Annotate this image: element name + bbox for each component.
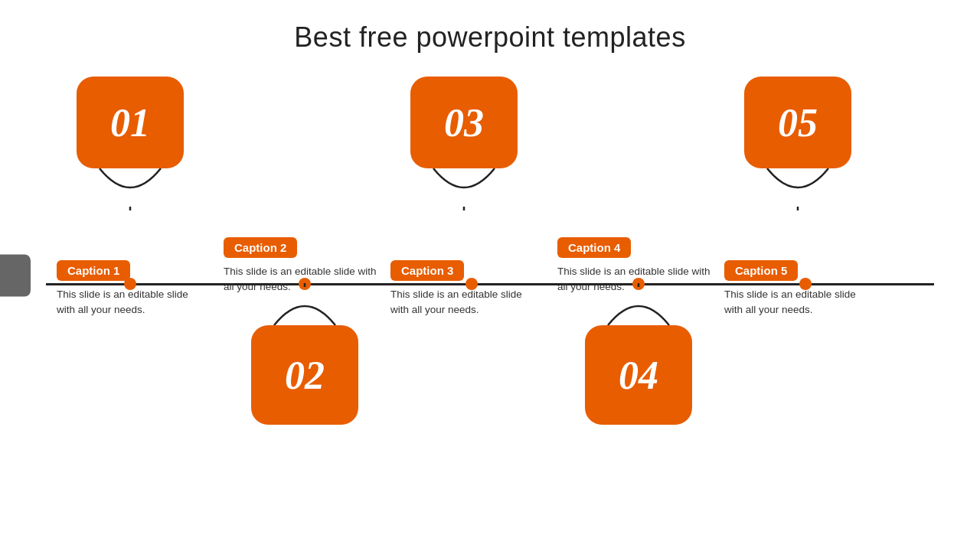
item-3-desc: This slide is an editable slide with all… bbox=[390, 287, 537, 318]
item-1-caption: Caption 1 bbox=[57, 260, 130, 281]
item-1-text: Caption 1 This slide is an editable slid… bbox=[54, 260, 207, 318]
item-5-caption: Caption 5 bbox=[724, 260, 798, 281]
item-2-number: 02 bbox=[285, 353, 325, 398]
item-5-desc: This slide is an editable slide with all… bbox=[724, 287, 871, 318]
item-1-desc: This slide is an editable slide with all… bbox=[57, 287, 204, 318]
item-4-caption: Caption 4 bbox=[557, 237, 631, 258]
timeline-area: 01 Caption 1 This slide is an editable s… bbox=[46, 77, 934, 490]
item-1-connector bbox=[77, 168, 184, 210]
item-5-text: Caption 5 This slide is an editable slid… bbox=[721, 260, 874, 318]
item-1: 01 Caption 1 This slide is an editable s… bbox=[54, 77, 207, 318]
item-2-caption: Caption 2 bbox=[224, 237, 297, 258]
item-5-number: 05 bbox=[778, 100, 818, 145]
item-3-text: Caption 3 This slide is an editable slid… bbox=[387, 260, 541, 318]
item-3: 03 Caption 3 This slide is an editable s… bbox=[387, 77, 541, 318]
item-4-number: 04 bbox=[619, 353, 658, 398]
item-1-number: 01 bbox=[110, 100, 150, 145]
item-5-connector bbox=[744, 168, 851, 210]
gray-tab bbox=[0, 255, 31, 297]
item-3-connector bbox=[410, 168, 518, 210]
item-5: 05 Caption 5 This slide is an editable s… bbox=[721, 77, 874, 318]
item-2-connector bbox=[251, 283, 358, 325]
item-3-caption: Caption 3 bbox=[390, 260, 464, 281]
item-3-number: 03 bbox=[444, 100, 484, 145]
item-4-connector bbox=[585, 283, 692, 325]
page-title: Best free powerpoint templates bbox=[0, 0, 980, 54]
